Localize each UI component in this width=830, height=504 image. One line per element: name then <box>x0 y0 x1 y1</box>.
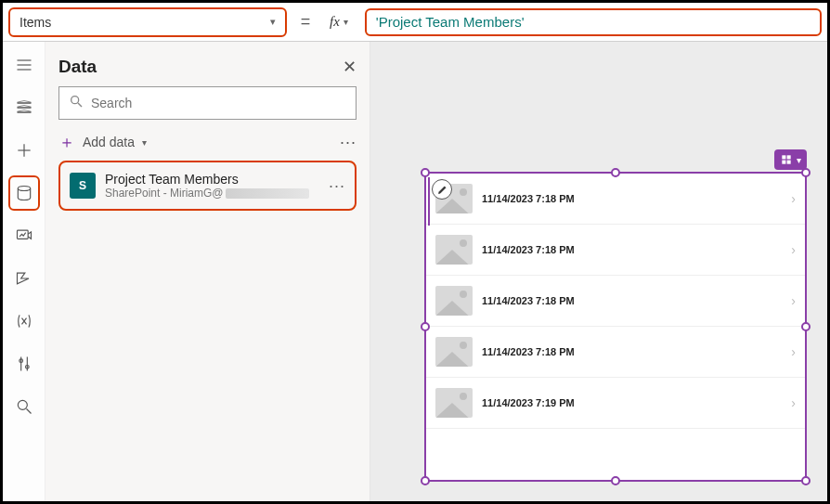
resize-handle[interactable] <box>801 322 811 331</box>
variables-icon[interactable] <box>14 311 34 331</box>
chevron-right-icon: › <box>791 344 796 359</box>
gallery-row[interactable]: 11/14/2023 7:18 PM › <box>426 174 805 225</box>
chevron-down-icon: ▾ <box>797 155 801 165</box>
resize-handle[interactable] <box>801 168 811 177</box>
resize-handle[interactable] <box>611 476 620 485</box>
formula-input[interactable]: 'Project Team Members' <box>365 8 822 36</box>
image-placeholder-icon <box>435 235 473 265</box>
data-source-name: Project Team Members <box>105 172 319 187</box>
chevron-right-icon: › <box>791 395 796 410</box>
property-dropdown-value: Items <box>19 15 51 30</box>
resize-handle[interactable] <box>611 168 620 177</box>
gallery-row[interactable]: 11/14/2023 7:19 PM › <box>426 378 805 429</box>
chevron-right-icon: › <box>791 293 796 308</box>
search-icon <box>69 94 84 112</box>
resize-handle[interactable] <box>421 476 430 485</box>
gallery-row-text: 11/14/2023 7:19 PM <box>482 397 575 408</box>
close-icon[interactable]: ✕ <box>343 57 357 77</box>
svg-rect-15 <box>782 155 785 159</box>
image-placeholder-icon <box>435 337 473 367</box>
svg-point-11 <box>18 400 27 409</box>
data-panel: Data ✕ ＋ Add data ▾ ··· S Pr <box>45 42 370 501</box>
data-source-subtitle: SharePoint - MiriamG@ <box>105 187 319 200</box>
insert-icon[interactable] <box>14 140 34 161</box>
resize-handle[interactable] <box>421 322 430 331</box>
formula-bar: Items ▾ = fx ▾ 'Project Team Members' <box>3 3 827 42</box>
chevron-right-icon: › <box>791 191 796 206</box>
canvas-area: ▾ 11/14/2023 7:18 PM › 11/14/2023 7:18 P… <box>370 42 827 501</box>
chevron-down-icon: ▾ <box>142 137 147 148</box>
control-type-tag[interactable]: ▾ <box>774 149 807 170</box>
chevron-right-icon: › <box>791 242 796 257</box>
property-dropdown[interactable]: Items ▾ <box>8 7 287 37</box>
svg-rect-16 <box>787 155 791 159</box>
svg-point-5 <box>18 187 30 191</box>
sharepoint-icon: S <box>70 173 96 199</box>
image-placeholder-icon <box>435 286 473 316</box>
chevron-down-icon: ▾ <box>344 17 348 27</box>
search-input[interactable] <box>58 86 357 120</box>
add-data-label: Add data <box>83 135 135 149</box>
equals-label: = <box>292 12 318 32</box>
edit-icon[interactable] <box>432 179 452 200</box>
gallery-row[interactable]: 11/14/2023 7:18 PM › <box>426 327 805 378</box>
plus-icon: ＋ <box>58 131 75 153</box>
chevron-down-icon: ▾ <box>270 16 276 28</box>
formula-text: 'Project Team Members' <box>376 14 525 30</box>
gallery-row-text: 11/14/2023 7:18 PM <box>482 193 575 204</box>
gallery-row[interactable]: 11/14/2023 7:18 PM › <box>426 225 805 276</box>
gallery-row-text: 11/14/2023 7:18 PM <box>482 244 575 255</box>
advanced-tools-icon[interactable] <box>14 354 34 374</box>
svg-rect-17 <box>782 161 785 164</box>
left-rail <box>3 42 45 501</box>
gallery-row-text: 11/14/2023 7:18 PM <box>482 295 575 306</box>
data-panel-title: Data <box>58 57 97 77</box>
gallery-control[interactable]: ▾ 11/14/2023 7:18 PM › 11/14/2023 7:18 P… <box>424 172 807 482</box>
fx-label: fx <box>330 14 340 30</box>
svg-line-12 <box>26 409 31 414</box>
image-placeholder-icon <box>435 388 473 418</box>
svg-point-13 <box>71 97 79 104</box>
resize-handle[interactable] <box>421 168 430 177</box>
power-automate-icon[interactable] <box>14 268 34 289</box>
tree-view-icon[interactable] <box>14 97 34 118</box>
svg-rect-18 <box>787 161 791 164</box>
fx-button[interactable]: fx ▾ <box>324 14 354 30</box>
gallery-row-text: 11/14/2023 7:18 PM <box>482 346 575 357</box>
svg-line-14 <box>78 103 82 107</box>
resize-handle[interactable] <box>801 476 811 485</box>
gallery-row[interactable]: 11/14/2023 7:18 PM › <box>426 276 805 327</box>
media-icon[interactable] <box>14 226 34 246</box>
data-icon[interactable] <box>14 183 34 203</box>
hamburger-icon[interactable] <box>14 55 34 75</box>
search-icon[interactable] <box>14 396 34 417</box>
data-source-item[interactable]: S Project Team Members SharePoint - Miri… <box>58 161 357 211</box>
more-icon[interactable]: ··· <box>329 176 345 196</box>
add-data-button[interactable]: ＋ Add data ▾ <box>58 131 147 153</box>
more-icon[interactable]: ··· <box>340 133 357 152</box>
search-field[interactable] <box>91 96 346 110</box>
